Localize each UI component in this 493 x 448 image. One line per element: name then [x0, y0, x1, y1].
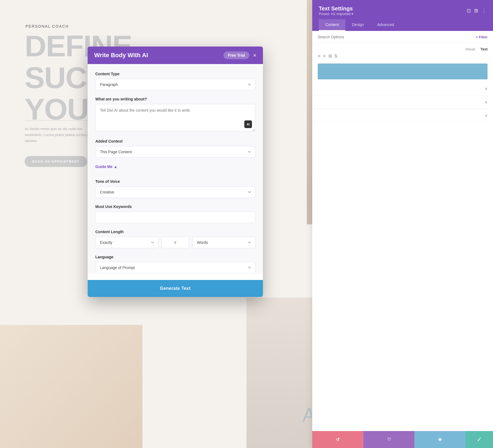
panel-header: Text Settings Preset: H1 imported ▾ ⊡ ⊞ … [312, 0, 493, 31]
section-expand-2[interactable]: ∨ [312, 96, 493, 109]
confirm-button[interactable]: ✓ [466, 431, 493, 448]
tone-label: Tone of Voice [95, 179, 255, 184]
tone-group: Tone of Voice Creative Professional Casu… [95, 179, 255, 198]
toggle-visual[interactable]: Visual [465, 47, 475, 51]
free-trial-badge[interactable]: Free Trial [223, 51, 249, 59]
hero-divider [25, 120, 96, 121]
content-length-label: Content Length [95, 230, 255, 234]
align-center-icon[interactable]: ≡ [323, 54, 325, 59]
text-settings-panel: Text Settings Preset: H1 imported ▾ ⊡ ⊞ … [312, 0, 493, 448]
add-button[interactable]: ⊕ [414, 431, 466, 448]
panel-screen-icon[interactable]: ⊡ [467, 8, 471, 14]
bottom-action-bar: ↺ ♡ ⊕ ✓ [312, 431, 493, 448]
panel-title-row: Text Settings Preset: H1 imported ▾ ⊡ ⊞ … [319, 5, 486, 19]
language-group: Language Language of Prompt English Span… [95, 255, 255, 273]
favorite-button[interactable]: ♡ [363, 431, 415, 448]
modal-header: Write Body With AI Free Trial × [88, 47, 263, 64]
keywords-input[interactable] [95, 212, 255, 223]
filter-button[interactable]: + Filter [476, 35, 488, 39]
search-options-input[interactable] [318, 35, 476, 39]
bg-bottom-left-gradient [0, 325, 142, 448]
panel-title: Text Settings [319, 5, 353, 12]
added-context-select[interactable]: This Page Content None Custom [95, 146, 255, 158]
panel-header-icons: ⊡ ⊞ ⋮ [467, 8, 486, 14]
words-unit-select[interactable]: Words Sentences Paragraphs [192, 237, 255, 248]
undo-button[interactable]: ↺ [312, 431, 363, 448]
content-type-group: Content Type Paragraph Heading List [95, 72, 255, 90]
chevron-down-icon-1: ∨ [485, 86, 488, 91]
table-icon[interactable]: ⊞ [328, 53, 332, 59]
language-select[interactable]: Language of Prompt English Spanish [95, 262, 255, 273]
number-input[interactable] [162, 237, 189, 248]
content-section-blue [318, 63, 488, 79]
language-label: Language [95, 255, 255, 259]
panel-title-group: Text Settings Preset: H1 imported ▾ [319, 5, 353, 16]
tab-advanced[interactable]: Advanced [371, 19, 401, 31]
writing-about-label: What are you writing about? [95, 97, 255, 101]
format-icons-row: ≡ ≡ ⊞ $ [312, 51, 493, 61]
visual-text-toggle: Visual Text [312, 43, 493, 51]
tone-select[interactable]: Creative Professional Casual [95, 186, 255, 198]
search-filter-bar: + Filter [312, 31, 493, 43]
modal-footer: Generate Text [88, 280, 263, 297]
writing-about-textarea[interactable] [95, 104, 255, 131]
align-left-icon[interactable]: ≡ [318, 54, 320, 59]
added-context-group: Added Context This Page Content None Cus… [95, 139, 255, 158]
panel-preset[interactable]: Preset: H1 imported ▾ [319, 12, 353, 16]
section-expand-3[interactable]: ∨ [312, 109, 493, 122]
guide-me-group: Guide Me ▲ [95, 164, 255, 173]
modal-title: Write Body With AI [94, 52, 148, 59]
writing-about-group: What are you writing about? AI [95, 97, 255, 132]
dollar-icon[interactable]: $ [335, 54, 337, 59]
textarea-wrapper: AI [95, 104, 255, 132]
panel-tabs: Content Design Advanced [319, 19, 486, 31]
length-type-select[interactable]: Exactly At least At most [95, 237, 158, 248]
ai-badge: AI [244, 120, 252, 128]
section-expand-1[interactable]: ∨ [312, 82, 493, 96]
tab-content[interactable]: Content [319, 19, 345, 31]
tab-design[interactable]: Design [345, 19, 371, 31]
content-length-group: Content Length Exactly At least At most … [95, 230, 255, 248]
book-appointment-button[interactable]: BOOK AN APPOINTMENT [25, 156, 87, 167]
personal-coach-label: PERSONAL COACH [25, 24, 69, 28]
toggle-text[interactable]: Text [480, 47, 488, 51]
content-type-label: Content Type [95, 72, 255, 76]
chevron-down-icon-3: ∨ [485, 113, 488, 118]
panel-layout-icon[interactable]: ⊞ [474, 8, 478, 14]
content-length-row: Exactly At least At most Words Sentences… [95, 237, 255, 248]
keywords-label: Must Use Keywords [95, 204, 255, 209]
chevron-down-icon-2: ∨ [485, 100, 488, 104]
modal-header-right: Free Trial × [223, 51, 256, 59]
content-type-select[interactable]: Paragraph Heading List [95, 79, 255, 90]
panel-more-icon[interactable]: ⋮ [481, 8, 486, 14]
modal-body: Content Type Paragraph Heading List What… [88, 64, 263, 273]
ai-modal: Write Body With AI Free Trial × Content … [88, 47, 263, 297]
modal-close-button[interactable]: × [253, 52, 256, 59]
keywords-group: Must Use Keywords [95, 204, 255, 223]
added-context-label: Added Context [95, 139, 255, 143]
guide-me-link[interactable]: Guide Me ▲ [95, 164, 117, 169]
generate-text-button[interactable]: Generate Text [88, 280, 263, 297]
